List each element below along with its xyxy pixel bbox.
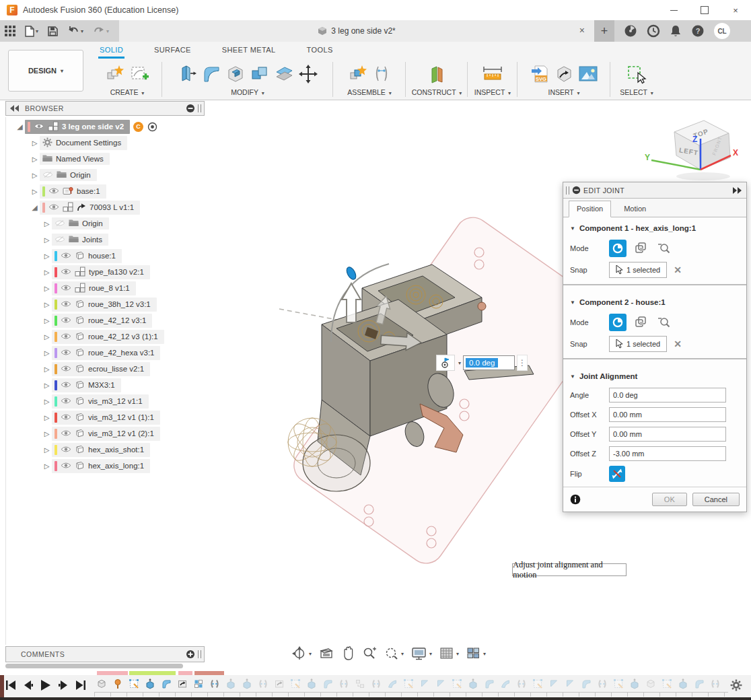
expander-icon[interactable]: ▷: [42, 301, 52, 308]
timeline-feature-swp-icon[interactable]: [387, 678, 398, 689]
new-component-icon[interactable]: [105, 64, 125, 84]
mode-joint-origin-icon[interactable]: [655, 240, 672, 257]
expander-icon[interactable]: ▷: [42, 430, 52, 438]
offset-x-field[interactable]: [609, 407, 726, 422]
expander-icon[interactable]: ▷: [30, 155, 40, 163]
snap-selection-button[interactable]: 1 selected: [609, 336, 667, 352]
app-grid-icon[interactable]: [0, 20, 20, 42]
offset-face-icon[interactable]: [274, 64, 294, 84]
fillet-icon[interactable]: [201, 64, 221, 84]
tree-row-label[interactable]: hex_axis_shot:1: [88, 446, 144, 454]
visibility-eye-icon[interactable]: [61, 252, 71, 260]
minimize-button[interactable]: [658, 1, 689, 20]
mode-simple-icon[interactable]: [609, 314, 627, 331]
expander-icon[interactable]: ▷: [42, 446, 52, 454]
visibility-eye-off-icon[interactable]: [42, 171, 53, 180]
tree-row[interactable]: ▷M3X3:1: [5, 377, 205, 393]
activate-radio-icon[interactable]: [147, 122, 157, 132]
tab-surface[interactable]: SURFACE: [153, 42, 192, 59]
redo-button[interactable]: ▾: [88, 20, 114, 42]
collapse-panel-icon[interactable]: [10, 105, 20, 112]
construct-plane-icon[interactable]: [427, 64, 447, 84]
measure-icon[interactable]: [482, 65, 503, 83]
timeline-feature-ext-icon[interactable]: [145, 678, 155, 689]
visibility-eye-icon[interactable]: [34, 123, 44, 131]
flip-icon[interactable]: [609, 466, 625, 482]
fit-icon[interactable]: ▾: [383, 645, 405, 662]
expander-icon[interactable]: ◢: [15, 123, 25, 131]
expander-icon[interactable]: ▷: [42, 317, 52, 324]
update-badge-icon[interactable]: C: [133, 122, 143, 132]
group-create-label[interactable]: CREATE ▾: [110, 88, 145, 98]
hole-icon[interactable]: [225, 64, 246, 84]
timeline-feature-comp-icon[interactable]: [96, 678, 107, 689]
tree-row-label[interactable]: 70093 L v1:1: [90, 203, 134, 211]
snap-selection-button[interactable]: 1 selected: [609, 262, 667, 278]
panel-grip[interactable]: [198, 104, 201, 112]
tree-row-label[interactable]: M3X3:1: [88, 381, 115, 389]
timeline-feature-joint-icon[interactable]: [710, 678, 721, 689]
tree-row[interactable]: ▷Joints: [5, 232, 205, 248]
expander-icon[interactable]: ▷: [42, 462, 52, 470]
help-icon[interactable]: ?: [691, 24, 705, 38]
tab-sheet-metal[interactable]: SHEET METAL: [221, 42, 277, 59]
info-icon[interactable]: [570, 494, 581, 505]
insert-mesh-icon[interactable]: [554, 64, 574, 84]
expander-icon[interactable]: ▷: [42, 285, 52, 292]
tree-row[interactable]: ▷Document Settings: [5, 135, 205, 151]
notifications-bell-icon[interactable]: [670, 24, 682, 38]
visibility-eye-icon[interactable]: [61, 332, 71, 341]
visibility-eye-icon[interactable]: [61, 381, 71, 390]
visibility-eye-icon[interactable]: [61, 268, 71, 277]
timeline-feature-flip-icon[interactable]: [419, 678, 430, 689]
timeline-feature-swp-icon[interactable]: [500, 678, 511, 689]
tree-row[interactable]: ▷hex_axis_long:1: [5, 458, 205, 474]
tree-row-label[interactable]: hex_axis_long:1: [88, 462, 144, 470]
comments-panel[interactable]: COMMENTS: [5, 646, 205, 662]
joint-icon[interactable]: [372, 65, 391, 83]
timeline-feature-sketch-icon[interactable]: [452, 678, 462, 689]
tree-row-label[interactable]: Origin: [82, 219, 103, 228]
browser-header[interactable]: BROWSER: [5, 101, 205, 116]
joint-motion-type-icon[interactable]: [436, 355, 455, 371]
timeline-feature-joint-icon[interactable]: [516, 678, 527, 689]
new-tab-button[interactable]: +: [594, 20, 614, 42]
look-at-icon[interactable]: [318, 645, 335, 662]
orbit-icon[interactable]: ▾: [291, 645, 313, 662]
expander-icon[interactable]: ▷: [30, 172, 40, 179]
tree-row[interactable]: ▷vis_m3_12 v1 (1):1: [5, 409, 205, 425]
expander-icon[interactable]: ◢: [30, 203, 40, 212]
timeline-feature-pat-icon[interactable]: [193, 678, 204, 689]
timeline-feature-fillet-icon[interactable]: [694, 678, 705, 689]
timeline-feature-joint-icon[interactable]: [338, 678, 349, 689]
tree-row[interactable]: ▷roue_42_12 v3 (1):1: [5, 328, 205, 345]
timeline-group-bar[interactable]: [194, 671, 224, 675]
visibility-eye-icon[interactable]: [61, 413, 71, 422]
clear-selection-icon[interactable]: ✕: [674, 265, 682, 275]
extensions-icon[interactable]: [624, 24, 637, 38]
angle-field[interactable]: [609, 388, 726, 403]
tree-row-label[interactable]: Document Settings: [56, 139, 121, 147]
tree-row-label[interactable]: vis_m3_12 v1 (1):1: [88, 413, 154, 421]
tree-row[interactable]: ▷Origin: [5, 167, 205, 183]
tree-row-label[interactable]: roue_42_hexa v3:1: [88, 349, 154, 357]
timeline-group-bar[interactable]: [97, 671, 128, 675]
group-insert-label[interactable]: INSERT ▾: [548, 88, 579, 98]
visibility-eye-icon[interactable]: [61, 284, 71, 293]
insert-svg-icon[interactable]: SVG: [530, 64, 550, 84]
go-to-end-icon[interactable]: [75, 680, 86, 691]
group-modify-label[interactable]: MODIFY ▾: [231, 88, 264, 98]
group-inspect-label[interactable]: INSPECT ▾: [474, 88, 511, 98]
timeline-feature-ins-icon[interactable]: [274, 678, 285, 689]
group-select-label[interactable]: SELECT ▾: [620, 88, 653, 98]
play-icon[interactable]: [40, 679, 51, 691]
tree-row[interactable]: ▷roue_42_hexa v3:1: [5, 345, 205, 361]
tree-row[interactable]: ▷vis_m3_12 v1 (2):1: [5, 425, 205, 442]
visibility-eye-off-icon[interactable]: [55, 219, 65, 228]
tree-row-label[interactable]: vis_m3_12 v1:1: [88, 397, 143, 405]
tree-row[interactable]: ▷roue_8 v1:1: [5, 280, 205, 296]
tree-row[interactable]: ▷roue_38h_12 v3:1: [5, 296, 205, 312]
timeline-feature-sketch-icon[interactable]: [290, 678, 301, 689]
tab-tools[interactable]: TOOLS: [306, 42, 334, 59]
timeline-feature-grp-icon[interactable]: [355, 678, 365, 689]
